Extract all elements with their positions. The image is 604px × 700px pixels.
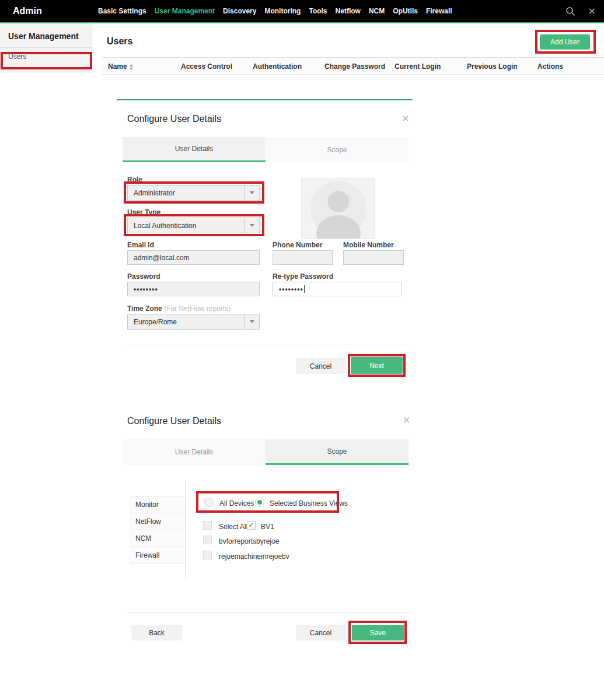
column-header-name[interactable]: Name (108, 62, 133, 71)
cancel-button[interactable]: Cancel (296, 625, 345, 640)
search-icon[interactable] (565, 6, 575, 16)
text-cursor (304, 285, 305, 293)
nav-user-management[interactable]: User Management (155, 7, 215, 15)
retype-password-label: Re-type Password (273, 272, 333, 281)
radio-all-devices-label[interactable]: All Devices (219, 499, 254, 508)
user-avatar (301, 178, 375, 239)
checkbox-select-all-label[interactable]: Select All (219, 523, 247, 531)
retype-password-field[interactable]: •••••••• (273, 282, 402, 296)
checkbox-select-all[interactable] (203, 521, 212, 530)
side-tab-netflow[interactable]: NetFlow (130, 513, 185, 530)
timezone-label: Time Zone (For NetFlow reports) (127, 304, 231, 313)
sidebar: User Management Users (0, 23, 92, 73)
nav-firewall[interactable]: Firewall (426, 7, 452, 15)
email-field[interactable]: admin@local.com (127, 250, 260, 265)
modal-top-accent (117, 99, 413, 100)
radio-selected-business-views[interactable] (255, 498, 264, 507)
column-header-actions: Actions (537, 62, 563, 71)
user-type-label: User Type (127, 208, 160, 216)
column-header-current-login: Current Login (394, 62, 441, 71)
role-select[interactable]: Administrator (127, 185, 260, 201)
column-header-authentication: Authentication (253, 62, 302, 71)
modal-title: Configure User Details (127, 416, 221, 426)
checkbox-bvforreportsbyrejoe[interactable] (203, 536, 212, 544)
nav-tools[interactable]: Tools (309, 7, 327, 15)
tab-user-details[interactable]: User Details (123, 137, 266, 162)
page-title: Users (107, 36, 132, 47)
checkbox-bvforreportsbyrejoe-label[interactable]: bvforreportsbyrejoe (219, 537, 279, 545)
side-tab-monitor[interactable]: Monitor (130, 496, 185, 513)
nav-oputils[interactable]: OpUtils (393, 7, 418, 15)
sidebar-title: User Management (0, 23, 92, 48)
top-bar: Admin Basic Settings User Management Dis… (0, 0, 604, 22)
modal-close-icon[interactable]: ✕ (401, 113, 409, 124)
phone-field[interactable] (273, 250, 333, 265)
user-type-select[interactable]: Local Authentication (127, 218, 260, 233)
mobile-field[interactable] (343, 250, 404, 265)
chevron-down-icon[interactable] (244, 314, 259, 329)
nav-monitoring[interactable]: Monitoring (264, 7, 301, 15)
add-user-button[interactable]: Add User (540, 34, 590, 50)
radio-all-devices[interactable] (204, 498, 214, 507)
sidebar-item-users[interactable]: Users (0, 48, 92, 65)
modal-title: Configure User Details (127, 114, 221, 124)
nav-basic-settings[interactable]: Basic Settings (98, 7, 146, 15)
timezone-select[interactable]: Europe/Rome (127, 314, 260, 330)
cancel-button[interactable]: Cancel (296, 358, 345, 374)
checkbox-rejoemachineinrejoebv[interactable] (203, 551, 212, 559)
checkbox-bv1[interactable] (247, 521, 256, 530)
side-tab-spacer (130, 480, 185, 496)
side-tab-firewall[interactable]: Firewall (130, 547, 185, 564)
save-button[interactable]: Save (352, 625, 404, 640)
app-title: Admin (13, 6, 42, 16)
sort-icon[interactable] (130, 64, 133, 70)
top-navigation: Basic Settings User Management Discovery… (98, 0, 452, 22)
scope-module-tabs: Monitor NetFlow NCM Firewall (130, 480, 186, 578)
phone-label: Phone Number (273, 241, 322, 249)
chevron-down-icon[interactable] (244, 186, 259, 200)
nav-discovery[interactable]: Discovery (223, 7, 256, 15)
checkbox-rejoemachineinrejoebv-label[interactable]: rejoemachineinrejoebv (219, 552, 289, 561)
checkbox-bv1-label[interactable]: BV1 (261, 523, 274, 531)
mobile-label: Mobile Number (343, 241, 394, 249)
close-icon[interactable]: ✕ (588, 6, 596, 17)
radio-selected-business-views-label[interactable]: Selected Business Views (270, 499, 348, 508)
timezone-hint: (For NetFlow reports) (164, 304, 231, 313)
admin-page: Admin Basic Settings User Management Dis… (0, 0, 604, 700)
nav-ncm[interactable]: NCM (369, 7, 385, 15)
users-table-header: Name Access Control Authentication Chang… (102, 57, 604, 75)
modal-footer-divider (127, 345, 412, 345)
nav-netflow[interactable]: Netflow (336, 7, 361, 15)
next-button[interactable]: Next (351, 357, 403, 374)
password-label: Password (127, 272, 160, 281)
password-field[interactable]: •••••••• (127, 282, 260, 296)
tab-scope[interactable]: Scope (266, 137, 409, 162)
chevron-down-icon[interactable] (244, 218, 259, 233)
email-label: Email Id (127, 241, 154, 249)
column-header-previous-login: Previous Login (467, 62, 518, 71)
role-label: Role (127, 176, 142, 184)
side-tab-ncm[interactable]: NCM (130, 530, 185, 547)
column-header-access-control: Access Control (181, 62, 232, 71)
modal-close-icon[interactable]: ✕ (403, 415, 410, 426)
tab-user-details[interactable]: User Details (123, 439, 266, 465)
column-header-change-password: Change Password (324, 62, 385, 71)
avatar-head (327, 191, 349, 212)
back-button[interactable]: Back (131, 625, 182, 640)
modal-footer-divider (127, 612, 412, 613)
tab-scope[interactable]: Scope (266, 439, 409, 465)
